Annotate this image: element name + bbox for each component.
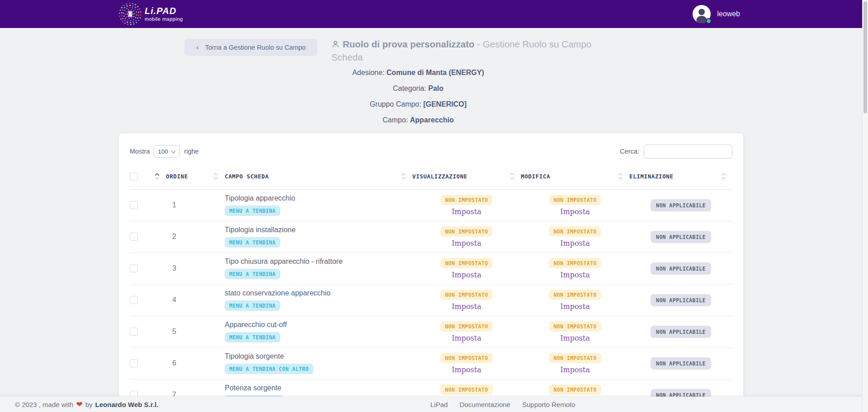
back-button[interactable]: ‹ Torna a Gestione Ruolo su Campo	[184, 39, 317, 56]
scrollbar-thumb[interactable]	[863, 1, 867, 113]
col-header-modifica[interactable]: MODIFICA	[521, 164, 629, 189]
visualizzazione-imposta-link[interactable]: Imposta	[452, 365, 481, 374]
row-checkbox[interactable]	[130, 359, 138, 367]
logo-subtitle: mobile mapping	[145, 17, 183, 22]
footer-link-supporto-remoto[interactable]: Supporto Remoto	[522, 401, 576, 408]
ordine-cell: 4	[166, 284, 225, 316]
visualizzazione-imposta-link[interactable]: Imposta	[452, 334, 481, 342]
field-type-badge: MENU A TENDINA	[225, 300, 280, 311]
field-type-badge: MENU A TENDINA	[225, 269, 280, 279]
modifica-imposta-link[interactable]: Imposta	[560, 365, 590, 374]
field-name: Tipologia apparecchio	[225, 194, 412, 202]
row-checkbox[interactable]	[130, 201, 138, 209]
search-input[interactable]	[644, 145, 732, 159]
eliminazione-cell: NON APPLICABILE	[629, 189, 732, 221]
modifica-cell: NON IMPOSTATO Imposta	[521, 347, 629, 379]
online-status-dot	[706, 18, 712, 24]
footer-link-documentazione[interactable]: Documentazione	[459, 401, 510, 408]
table-row: 2 Tipologia installazione MENU A TENDINA…	[130, 221, 732, 253]
row-checkbox[interactable]	[130, 296, 138, 304]
visualizzazione-cell: NON IMPOSTATO Imposta	[412, 221, 521, 253]
visualizzazione-status-badge: NON IMPOSTATO	[440, 321, 492, 332]
field-name: Tipologia sorgente	[225, 352, 412, 360]
visualizzazione-status-badge: NON IMPOSTATO	[440, 258, 492, 268]
eliminazione-status-badge: NON APPLICABILE	[651, 199, 711, 211]
row-checkbox[interactable]	[130, 264, 138, 272]
campo-scheda-cell: Tipo chiusura apparecchio - rifrattore M…	[225, 253, 412, 284]
modifica-status-badge: NON IMPOSTATO	[549, 384, 601, 395]
role-name: Ruolo di prova personalizzato	[343, 39, 475, 49]
lipad-logo[interactable]: Li.PAD mobile mapping	[118, 2, 183, 26]
modifica-imposta-link[interactable]: Imposta	[560, 302, 590, 311]
modifica-cell: NON IMPOSTATO Imposta	[521, 284, 629, 316]
row-checkbox[interactable]	[130, 328, 138, 336]
eliminazione-status-badge: NON APPLICABILE	[651, 294, 711, 306]
info-gruppo-campo: Gruppo Campo: [GENERICO]	[271, 100, 565, 108]
sort-icons[interactable]	[509, 173, 514, 180]
modifica-cell: NON IMPOSTATO Imposta	[521, 189, 629, 221]
table-controls: Mostra 100 righe Cerca:	[130, 144, 732, 159]
col-header-visualizzazione[interactable]: VISUALIZZAZIONE	[412, 164, 521, 189]
modifica-cell: NON IMPOSTATO Imposta	[521, 316, 629, 347]
modifica-imposta-link[interactable]: Imposta	[560, 207, 590, 216]
ordine-cell: 6	[166, 347, 225, 379]
modifica-status-badge: NON IMPOSTATO	[549, 321, 601, 332]
lipad-burst-icon	[118, 2, 142, 26]
visualizzazione-status-badge: NON IMPOSTATO	[440, 384, 492, 395]
heart-icon: ❤	[76, 400, 82, 409]
campo-scheda-cell: Tipologia installazione MENU A TENDINA	[225, 221, 412, 253]
table-row: 4 stato conservazione apparecchio MENU A…	[130, 284, 732, 316]
modifica-status-badge: NON IMPOSTATO	[549, 353, 601, 363]
modifica-imposta-link[interactable]: Imposta	[560, 271, 590, 279]
visualizzazione-cell: NON IMPOSTATO Imposta	[412, 284, 521, 316]
visualizzazione-imposta-link[interactable]: Imposta	[452, 239, 481, 248]
row-checkbox[interactable]	[130, 233, 138, 241]
sort-icons[interactable]	[213, 173, 218, 180]
visualizzazione-imposta-link[interactable]: Imposta	[452, 302, 481, 311]
field-name: Tipologia installazione	[225, 226, 412, 234]
visualizzazione-status-badge: NON IMPOSTATO	[440, 195, 492, 205]
campo-scheda-cell: Tipologia apparecchio MENU A TENDINA	[225, 189, 412, 221]
footer: © 2023 , made with ❤ by Leonardo Web S.r…	[0, 397, 868, 412]
show-label: Mostra	[130, 148, 150, 155]
modifica-status-badge: NON IMPOSTATO	[549, 226, 601, 237]
visualizzazione-status-badge: NON IMPOSTATO	[440, 353, 492, 363]
modifica-status-badge: NON IMPOSTATO	[549, 195, 601, 205]
table-row: 5 Apparecchio cut-off MENU A TENDINA NON…	[130, 316, 732, 347]
chevron-down-icon	[171, 148, 176, 155]
scrollbar-track[interactable]	[862, 0, 868, 412]
field-type-badge: MENU A TENDINA	[225, 206, 280, 216]
visualizzazione-imposta-link[interactable]: Imposta	[452, 207, 481, 216]
modifica-imposta-link[interactable]: Imposta	[560, 239, 590, 248]
footer-link-lipad[interactable]: LiPad	[430, 401, 448, 408]
visualizzazione-cell: NON IMPOSTATO Imposta	[412, 189, 521, 221]
sort-icons[interactable]	[401, 173, 406, 180]
col-header-ordine[interactable]: ORDINE	[166, 164, 225, 189]
back-button-label: Torna a Gestione Ruolo su Campo	[205, 44, 306, 51]
select-all-checkbox[interactable]	[130, 173, 138, 181]
eliminazione-status-badge: NON APPLICABILE	[651, 357, 711, 370]
eliminazione-status-badge: NON APPLICABILE	[651, 326, 711, 338]
campo-scheda-cell: stato conservazione apparecchio MENU A T…	[225, 284, 412, 316]
visualizzazione-imposta-link[interactable]: Imposta	[452, 271, 481, 279]
page-size-select[interactable]: 100	[154, 145, 180, 158]
sort-icons[interactable]	[155, 173, 160, 180]
col-header-campo-scheda[interactable]: CAMPO SCHEDA	[225, 164, 412, 189]
eliminazione-status-badge: NON APPLICABILE	[651, 262, 711, 275]
rows-label: righe	[184, 148, 198, 155]
eliminazione-status-badge: NON APPLICABILE	[651, 231, 711, 243]
col-header-eliminazione[interactable]: ELIMINAZIONE	[629, 164, 732, 189]
field-name: stato conservazione apparecchio	[225, 289, 412, 297]
eliminazione-cell: NON APPLICABILE	[629, 253, 732, 284]
modifica-imposta-link[interactable]: Imposta	[560, 334, 590, 342]
ordine-cell: 2	[166, 221, 225, 253]
footer-links: LiPad Documentazione Supporto Remoto	[430, 401, 576, 408]
visualizzazione-cell: NON IMPOSTATO Imposta	[412, 347, 521, 379]
table-header-row: ORDINE CAMPO SCHEDA	[130, 164, 732, 189]
user-menu[interactable]: leoweb	[693, 0, 740, 28]
copyright: © 2023 , made with ❤ by Leonardo Web S.r…	[15, 400, 158, 409]
sort-icons[interactable]	[618, 173, 623, 180]
sort-icons[interactable]	[721, 173, 726, 180]
modifica-cell: NON IMPOSTATO Imposta	[521, 221, 629, 253]
select-all-header[interactable]	[130, 164, 166, 189]
